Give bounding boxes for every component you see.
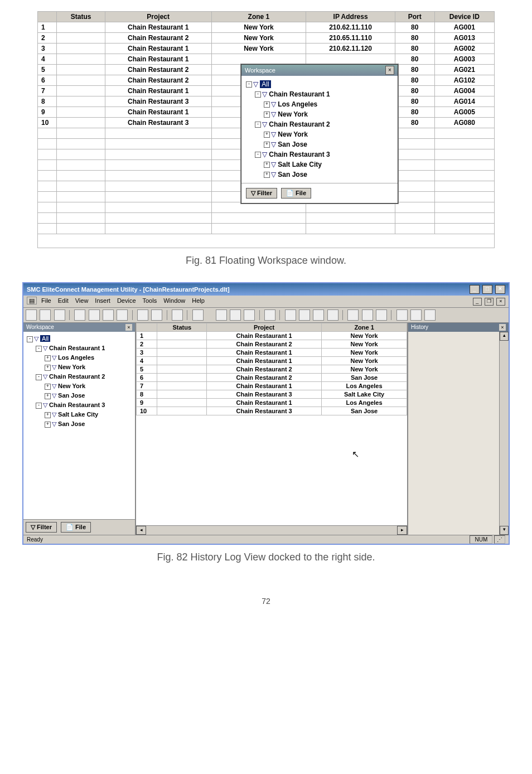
- table-row[interactable]: 2Chain Restaurant 2New York: [137, 340, 407, 349]
- tree-node[interactable]: +▽ San Jose: [27, 419, 132, 429]
- expand-icon[interactable]: -: [27, 336, 33, 342]
- toolbar-extra-icon[interactable]: [285, 309, 296, 321]
- expand-icon[interactable]: +: [264, 132, 270, 138]
- expand-icon[interactable]: +: [264, 101, 270, 108]
- toolbar-cut-icon[interactable]: [74, 309, 85, 321]
- tree-node[interactable]: -▽ Chain Restaurant 2: [246, 119, 393, 129]
- floating-workspace-window[interactable]: Workspace × -▽ All-▽ Chain Restaurant 1+…: [241, 64, 398, 204]
- column-header[interactable]: [38, 12, 57, 22]
- tree-node[interactable]: +▽ Salt Lake City: [246, 159, 393, 170]
- tree-node[interactable]: +▽ San Jose: [246, 170, 393, 180]
- tree-node[interactable]: -▽ Chain Restaurant 1: [246, 89, 393, 99]
- table-row[interactable]: 1Chain Restaurant 1New York: [137, 332, 407, 340]
- close-icon[interactable]: ×: [495, 285, 505, 294]
- tree-node[interactable]: -▽ All: [27, 334, 132, 344]
- menu-window[interactable]: Window: [163, 297, 185, 304]
- toolbar-save-icon[interactable]: [54, 309, 65, 321]
- expand-icon[interactable]: +: [264, 142, 270, 148]
- toolbar-extra-icon[interactable]: [347, 309, 359, 321]
- expand-icon[interactable]: -: [36, 346, 42, 352]
- mdi-close-icon[interactable]: ×: [496, 298, 505, 306]
- expand-icon[interactable]: -: [246, 81, 252, 88]
- tree-node[interactable]: -▽ All: [246, 79, 393, 89]
- floating-workspace-titlebar[interactable]: Workspace ×: [241, 65, 398, 76]
- mdi-restore-icon[interactable]: ❐: [485, 298, 494, 306]
- tree-node[interactable]: -▽ Chain Restaurant 3: [246, 149, 393, 159]
- tree-node[interactable]: +▽ New York: [27, 381, 132, 391]
- toolbar-extra-icon[interactable]: [376, 309, 387, 321]
- tree-node[interactable]: +▽ New York: [246, 129, 393, 139]
- file-button[interactable]: 📄 File: [61, 522, 91, 533]
- mdi-minimize-icon[interactable]: _: [473, 298, 482, 306]
- menu-edit[interactable]: Edit: [58, 297, 69, 304]
- toolbar-extra-icon[interactable]: [230, 309, 241, 321]
- expand-icon[interactable]: -: [255, 152, 261, 158]
- history-pane-header[interactable]: History ×: [408, 323, 509, 332]
- column-header[interactable]: Status: [157, 323, 207, 332]
- toolbar-copy-icon[interactable]: [89, 309, 100, 321]
- tree-node[interactable]: -▽ Chain Restaurant 2: [27, 372, 132, 381]
- toolbar-extra-icon[interactable]: [299, 309, 310, 321]
- close-icon[interactable]: ×: [125, 324, 132, 331]
- expand-icon[interactable]: +: [264, 162, 270, 168]
- toolbar[interactable]: [23, 308, 509, 323]
- menu-insert[interactable]: Insert: [95, 297, 110, 304]
- minimize-icon[interactable]: _: [470, 285, 480, 294]
- table-row[interactable]: 10Chain Restaurant 3San Jose: [137, 407, 407, 415]
- column-header[interactable]: Device ID: [434, 12, 494, 22]
- toolbar-extra-icon[interactable]: [216, 309, 227, 321]
- menu-help[interactable]: Help: [192, 297, 205, 304]
- expand-icon[interactable]: -: [36, 403, 42, 409]
- toolbar-new-icon[interactable]: [26, 309, 37, 321]
- toolbar-extra-icon[interactable]: [244, 309, 255, 321]
- horizontal-scrollbar[interactable]: ◂ ▸: [136, 525, 407, 535]
- menu-device[interactable]: Device: [117, 297, 136, 304]
- table-row[interactable]: 9Chain Restaurant 1Los Angeles: [137, 399, 407, 407]
- column-header[interactable]: Port: [395, 12, 434, 22]
- expand-icon[interactable]: +: [45, 384, 51, 390]
- expand-icon[interactable]: +: [45, 412, 51, 418]
- tree-node[interactable]: +▽ New York: [246, 109, 393, 119]
- filter-button[interactable]: ▽ Filter: [246, 188, 277, 199]
- floating-workspace-tree[interactable]: -▽ All-▽ Chain Restaurant 1+▽ Los Angele…: [241, 76, 398, 183]
- close-icon[interactable]: ×: [499, 324, 506, 331]
- toolbar-help-icon[interactable]: [192, 309, 204, 321]
- vertical-scrollbar[interactable]: ▴ ▾: [499, 332, 509, 535]
- expand-icon[interactable]: -: [255, 122, 261, 128]
- tree-node[interactable]: +▽ San Jose: [27, 391, 132, 400]
- toolbar-open-icon[interactable]: [40, 309, 51, 321]
- column-header[interactable]: Status: [57, 12, 105, 22]
- column-header[interactable]: Zone 1: [322, 323, 407, 332]
- menu-bar[interactable]: ▤FileEditViewInsertDeviceToolsWindowHelp…: [23, 296, 509, 308]
- toolbar-redo-icon[interactable]: [151, 309, 162, 321]
- scroll-left-icon[interactable]: ◂: [136, 526, 146, 535]
- resize-grip-icon[interactable]: ⋰: [494, 535, 505, 544]
- toolbar-extra-icon[interactable]: [327, 309, 338, 321]
- app-titlebar[interactable]: SMC EliteConnect Management Utility - [C…: [23, 283, 509, 296]
- toolbar-undo-icon[interactable]: [137, 309, 148, 321]
- column-header[interactable]: IP Address: [306, 12, 395, 22]
- maximize-icon[interactable]: □: [482, 285, 492, 294]
- toolbar-extra-icon[interactable]: [264, 309, 275, 321]
- toolbar-extra-icon[interactable]: [396, 309, 408, 321]
- toolbar-delete-icon[interactable]: [117, 309, 128, 321]
- table-row[interactable]: 4Chain Restaurant 180AG003: [38, 54, 495, 65]
- column-header[interactable]: Project: [207, 323, 322, 332]
- table-row[interactable]: 7Chain Restaurant 1Los Angeles: [137, 382, 407, 390]
- table-row[interactable]: 4Chain Restaurant 1New York: [137, 357, 407, 365]
- expand-icon[interactable]: +: [264, 112, 270, 118]
- column-header[interactable]: Project: [105, 12, 211, 22]
- scroll-up-icon[interactable]: ▴: [500, 332, 509, 341]
- table-row[interactable]: 1Chain Restaurant 1New York210.62.11.110…: [38, 22, 495, 33]
- toolbar-print-icon[interactable]: [172, 309, 183, 321]
- file-button[interactable]: 📄 File: [281, 188, 311, 199]
- filter-button[interactable]: ▽ Filter: [26, 522, 57, 533]
- expand-icon[interactable]: +: [264, 172, 270, 178]
- tree-node[interactable]: +▽ New York: [27, 362, 132, 372]
- menu-view[interactable]: View: [75, 297, 89, 304]
- toolbar-extra-icon[interactable]: [424, 309, 436, 321]
- tree-node[interactable]: +▽ San Jose: [246, 139, 393, 149]
- workspace-tree[interactable]: -▽ All-▽ Chain Restaurant 1+▽ Los Angele…: [23, 332, 135, 519]
- tree-node[interactable]: -▽ Chain Restaurant 1: [27, 344, 132, 353]
- table-row[interactable]: 8Chain Restaurant 3Salt Lake City: [137, 390, 407, 399]
